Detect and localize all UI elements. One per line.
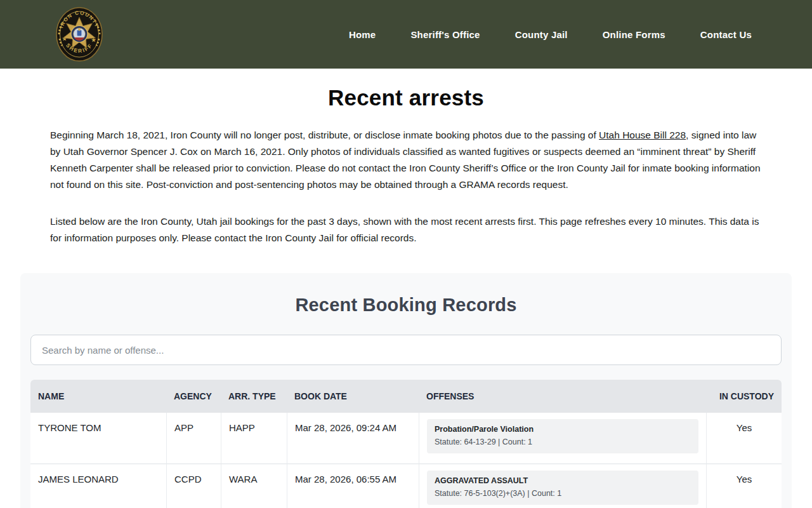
utah-house-bill-link[interactable]: Utah House Bill 228 <box>599 130 686 140</box>
cell-offenses: AGGRAVATED ASSAULT Statute: 76-5-103(2)+… <box>419 464 706 508</box>
booking-table: NAME AGENCY ARR. TYPE BOOK DATE OFFENSES… <box>30 380 782 508</box>
booking-records-title: Recent Booking Records <box>30 295 782 316</box>
cell-in-custody: Yes <box>706 413 782 464</box>
main-content: Recent arrests Beginning March 18, 2021,… <box>0 85 812 508</box>
page-title: Recent arrests <box>0 85 812 110</box>
table-row: TYRONE TOM APP HAPP Mar 28, 2026, 09:24 … <box>30 413 782 464</box>
nav-online-forms[interactable]: Online Forms <box>603 29 665 40</box>
intro-paragraph: Beginning March 18, 2021, Iron County wi… <box>50 127 762 193</box>
header-in-custody: IN CUSTODY <box>706 380 782 413</box>
booking-table-header: NAME AGENCY ARR. TYPE BOOK DATE OFFENSES… <box>30 380 782 413</box>
cell-name: TYRONE TOM <box>30 413 166 464</box>
cell-arr-type: HAPP <box>221 413 287 464</box>
cell-agency: CCPD <box>166 464 221 508</box>
cell-book-date: Mar 28, 2026, 09:24 AM <box>287 413 419 464</box>
header-book-date: BOOK DATE <box>287 380 419 413</box>
cell-book-date: Mar 28, 2026, 06:55 AM <box>287 464 419 508</box>
booking-records-section: Recent Booking Records NAME AGENCY ARR. … <box>20 273 792 508</box>
nav-home[interactable]: Home <box>349 29 376 40</box>
offense-item: AGGRAVATED ASSAULT Statute: 76-5-103(2)+… <box>427 471 698 505</box>
sheriff-badge-logo: IRON COUNTY ★ SHERIFF ★ <box>56 7 103 62</box>
header-row: NAME AGENCY ARR. TYPE BOOK DATE OFFENSES… <box>30 380 782 413</box>
header-offenses: OFFENSES <box>419 380 706 413</box>
cell-in-custody: Yes <box>706 464 782 508</box>
second-paragraph: Listed below are the Iron County, Utah j… <box>50 213 762 246</box>
sheriff-badge-icon: IRON COUNTY ★ SHERIFF ★ <box>56 7 103 62</box>
site-header: IRON COUNTY ★ SHERIFF ★ Home Sheriff's O… <box>0 0 812 69</box>
table-row: JAMES LEONARD CCPD WARA Mar 28, 2026, 06… <box>30 464 782 508</box>
nav-sheriffs-office[interactable]: Sheriff's Office <box>410 29 480 40</box>
offense-item: Probation/Parole Violation Statute: 64-1… <box>427 419 698 453</box>
search-input[interactable] <box>30 335 782 365</box>
header-agency: AGENCY <box>166 380 221 413</box>
header-name: NAME <box>30 380 166 413</box>
cell-name: JAMES LEONARD <box>30 464 166 508</box>
nav-county-jail[interactable]: County Jail <box>515 29 568 40</box>
main-nav: Home Sheriff's Office County Jail Online… <box>349 29 752 40</box>
nav-contact-us[interactable]: Contact Us <box>700 29 752 40</box>
offense-title: AGGRAVATED ASSAULT <box>435 475 691 486</box>
cell-arr-type: WARA <box>221 464 287 508</box>
header-arr-type: ARR. TYPE <box>221 380 287 413</box>
offense-statute: Statute: 76-5-103(2)+(3A) | Count: 1 <box>435 488 691 500</box>
cell-offenses: Probation/Parole Violation Statute: 64-1… <box>419 413 706 464</box>
offense-title: Probation/Parole Violation <box>435 424 691 435</box>
intro-text-before-link: Beginning March 18, 2021, Iron County wi… <box>50 130 599 140</box>
offense-statute: Statute: 64-13-29 | Count: 1 <box>435 436 691 448</box>
cell-agency: APP <box>166 413 221 464</box>
